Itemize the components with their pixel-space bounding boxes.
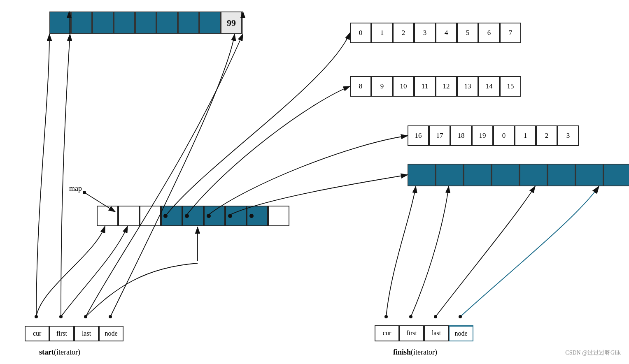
right-teal-array xyxy=(408,164,629,186)
cell-8: 8 xyxy=(350,76,371,97)
right-cell-2 xyxy=(436,164,464,186)
svg-point-14 xyxy=(109,315,112,318)
right-cell-5 xyxy=(520,164,547,186)
cell-19: 19 xyxy=(472,125,493,146)
map-array xyxy=(97,206,289,226)
cell-1: 1 xyxy=(371,23,393,43)
svg-point-12 xyxy=(59,315,63,318)
cell-17: 17 xyxy=(429,125,450,146)
top-cell-6 xyxy=(156,12,178,34)
finish-first: first xyxy=(399,325,424,341)
start-label: start(iterator) xyxy=(39,348,80,357)
top-left-array: 99 xyxy=(49,12,242,34)
map-cell-7 xyxy=(225,206,247,226)
svg-point-1 xyxy=(83,191,86,194)
cell-3b: 3 xyxy=(557,125,579,146)
map-cell-8 xyxy=(247,206,268,226)
top-cell-2 xyxy=(71,12,92,34)
finish-node: node xyxy=(449,325,473,341)
finish-iterator: cur first last node xyxy=(375,325,473,341)
map-cell-3 xyxy=(140,206,161,226)
map-cell-1 xyxy=(97,206,118,226)
right-cell-3 xyxy=(464,164,492,186)
svg-point-8 xyxy=(409,315,412,318)
map-cell-9 xyxy=(268,206,289,226)
finish-cur: cur xyxy=(375,325,399,341)
top-cell-99: 99 xyxy=(221,12,242,34)
cell-9: 9 xyxy=(371,76,393,97)
svg-point-10 xyxy=(459,315,462,318)
cell-2b: 2 xyxy=(536,125,557,146)
cell-0: 0 xyxy=(350,23,371,43)
top-cell-1 xyxy=(49,12,71,34)
svg-point-7 xyxy=(384,315,388,318)
right-cell-1 xyxy=(408,164,436,186)
start-node: node xyxy=(99,326,123,341)
top-cell-5 xyxy=(135,12,156,34)
num-array-0-7: 0 1 2 3 4 5 6 7 xyxy=(350,23,521,43)
num-array-8-15: 8 9 10 11 12 13 14 15 xyxy=(350,76,521,97)
cell-1b: 1 xyxy=(515,125,536,146)
finish-last: last xyxy=(424,325,449,341)
cell-15: 15 xyxy=(500,76,521,97)
top-cell-3 xyxy=(92,12,114,34)
watermark: CSDN @过过过呀Glik xyxy=(565,349,621,357)
svg-point-11 xyxy=(35,315,38,318)
top-cell-7 xyxy=(178,12,199,34)
start-cur: cur xyxy=(25,326,49,341)
right-cell-7 xyxy=(575,164,603,186)
map-cell-2 xyxy=(118,206,140,226)
cell-5: 5 xyxy=(457,23,478,43)
finish-label: finish(iterator) xyxy=(393,348,437,357)
num-array-16-3: 16 17 18 19 0 1 2 3 xyxy=(408,125,579,146)
start-iterator: cur first last node xyxy=(25,326,123,341)
right-cell-8 xyxy=(603,164,629,186)
cell-14: 14 xyxy=(478,76,500,97)
cell-11: 11 xyxy=(414,76,436,97)
cell-0b: 0 xyxy=(493,125,515,146)
cell-16: 16 xyxy=(408,125,429,146)
top-cell-4 xyxy=(114,12,135,34)
cell-4: 4 xyxy=(436,23,457,43)
svg-point-9 xyxy=(434,315,437,318)
start-first: first xyxy=(49,326,74,341)
map-label: map xyxy=(69,184,82,193)
right-cell-6 xyxy=(547,164,575,186)
cell-7: 7 xyxy=(500,23,521,43)
svg-point-13 xyxy=(84,315,87,318)
cell-10: 10 xyxy=(393,76,414,97)
cell-12: 12 xyxy=(436,76,457,97)
map-cell-4 xyxy=(161,206,182,226)
map-cell-5 xyxy=(182,206,204,226)
cell-2: 2 xyxy=(393,23,414,43)
cell-3: 3 xyxy=(414,23,436,43)
start-last: last xyxy=(74,326,99,341)
top-cell-8 xyxy=(199,12,221,34)
cell-18: 18 xyxy=(450,125,472,146)
map-cell-6 xyxy=(204,206,225,226)
right-cell-4 xyxy=(492,164,520,186)
cell-13: 13 xyxy=(457,76,478,97)
cell-6: 6 xyxy=(478,23,500,43)
